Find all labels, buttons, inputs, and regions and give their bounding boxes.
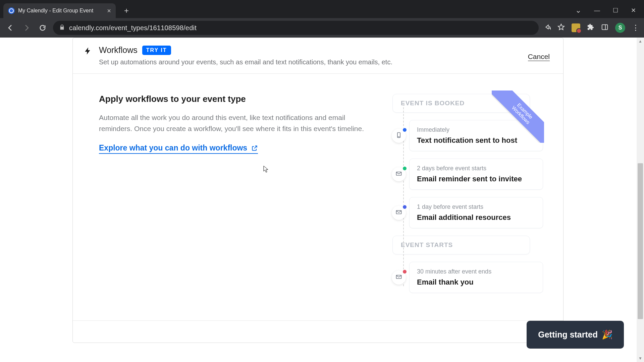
envelope-icon <box>392 167 406 181</box>
cancel-link[interactable]: Cancel <box>528 53 550 61</box>
timeline-card: 1 day before event starts Email addition… <box>409 197 543 228</box>
minimize-icon[interactable]: ― <box>594 7 600 14</box>
back-button[interactable] <box>5 22 16 34</box>
mouse-cursor-icon <box>263 165 270 175</box>
card-what: Email additional resources <box>417 213 535 222</box>
try-it-badge[interactable]: TRY IT <box>142 46 171 55</box>
explore-link-text: Explore what you can do with workflows <box>99 143 247 153</box>
envelope-icon <box>392 206 406 220</box>
close-window-icon[interactable]: ✕ <box>631 7 636 14</box>
scrollbar-thumb[interactable] <box>638 163 643 319</box>
sidepanel-icon[interactable] <box>601 23 608 32</box>
forward-button[interactable] <box>21 22 32 34</box>
bookmark-icon[interactable] <box>557 23 565 32</box>
workflows-bolt-icon <box>84 47 92 57</box>
getting-started-label: Getting started <box>538 330 598 340</box>
panel-subtitle: Set up automations around your events, s… <box>99 58 528 66</box>
panel-footer: Cancel <box>73 320 563 343</box>
window-controls: ⌄ ― ☐ ✕ <box>575 6 644 18</box>
ribbon-line-2: Workflows <box>492 90 544 143</box>
browser-tab-strip: My Calendly - Edit Group Event × + ⌄ ― ☐… <box>0 0 644 18</box>
getting-started-button[interactable]: Getting started 🎉 <box>527 321 624 349</box>
apply-heading: Apply workflows to your event type <box>99 94 386 104</box>
phone-icon <box>392 129 406 143</box>
card-what: Email reminder sent to invitee <box>417 175 535 183</box>
party-popper-icon: 🎉 <box>602 329 612 340</box>
apply-description: Automate all the work you do around this… <box>99 112 374 134</box>
browser-menu-icon[interactable]: ⋮ <box>632 23 639 32</box>
tab-title: My Calendly - Edit Group Event <box>18 8 104 14</box>
profile-avatar[interactable]: S <box>615 23 625 33</box>
maximize-icon[interactable]: ☐ <box>613 7 618 14</box>
external-link-icon <box>251 145 258 152</box>
tabs-dropdown-icon[interactable]: ⌄ <box>575 6 581 15</box>
extensions-icon[interactable] <box>587 23 594 32</box>
close-tab-icon[interactable]: × <box>107 7 111 15</box>
browser-toolbar: calendly.com/event_types/161108598/edit … <box>0 18 644 38</box>
event-starts-pill: EVENT STARTS <box>392 236 530 254</box>
card-when: 30 minutes after event ends <box>417 268 535 275</box>
lock-icon <box>59 24 65 32</box>
panel-header: Workflows TRY IT Set up automations arou… <box>73 38 563 73</box>
tab-favicon <box>8 7 15 14</box>
workflows-panel: Workflows TRY IT Set up automations arou… <box>72 38 564 343</box>
panel-title: Workflows <box>99 45 138 55</box>
card-what: Email thank you <box>417 278 535 287</box>
svg-rect-0 <box>602 25 608 30</box>
url-text: calendly.com/event_types/161108598/edit <box>69 24 197 32</box>
explore-workflows-link[interactable]: Explore what you can do with workflows <box>99 143 258 154</box>
extension-badge-icon[interactable] <box>572 23 580 32</box>
page-content: ▲ ▼ Workflows TRY IT Set up automations … <box>0 38 644 362</box>
vertical-scrollbar[interactable]: ▲ ▼ <box>637 38 644 362</box>
card-when: 2 days before event starts <box>417 165 535 172</box>
new-tab-button[interactable]: + <box>120 5 132 17</box>
share-icon[interactable] <box>543 23 551 32</box>
reload-button[interactable] <box>37 22 48 34</box>
card-when: 1 day before event starts <box>417 203 535 210</box>
browser-tab[interactable]: My Calendly - Edit Group Event × <box>3 3 116 18</box>
envelope-icon <box>392 270 406 285</box>
timeline-card: 30 minutes after event ends Email thank … <box>409 262 543 293</box>
timeline-card: 2 days before event starts Email reminde… <box>409 159 543 190</box>
address-bar[interactable]: calendly.com/event_types/161108598/edit <box>53 21 539 35</box>
example-workflows-ribbon: Example Workflows <box>492 90 544 143</box>
